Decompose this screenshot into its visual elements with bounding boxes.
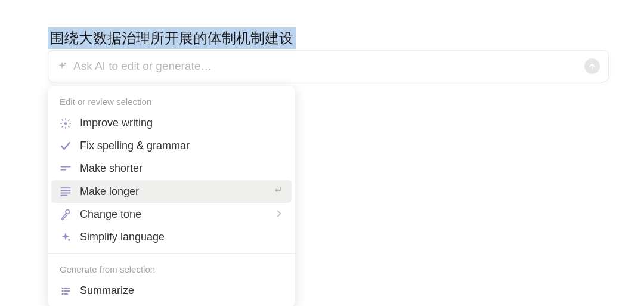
sparkle-icon [60,231,72,243]
menu-item-make-shorter[interactable]: Make shorter [51,157,292,180]
menu-item-change-tone[interactable]: Change tone [51,203,292,225]
summarize-icon [60,285,72,297]
section-label-edit-review: Edit or review selection [51,91,292,112]
menu-label: Make longer [80,186,273,198]
menu-label: Simplify language [80,231,283,243]
menu-label: Fix spelling & grammar [80,140,283,152]
section-label-generate: Generate from selection [51,258,292,279]
chevron-right-icon [275,209,283,220]
divider [48,253,295,254]
submit-button[interactable] [584,58,600,74]
check-icon [60,140,72,152]
lines-short-icon [60,163,72,175]
menu-item-make-longer[interactable]: Make longer [51,180,292,203]
enter-icon [273,185,283,198]
microphone-icon [60,209,72,221]
ai-actions-dropdown: Edit or review selection Improve writing… [48,86,295,306]
menu-label: Make shorter [80,162,283,175]
sparkle-icon [57,61,67,72]
wand-icon [60,118,72,129]
menu-item-simplify[interactable]: Simplify language [51,226,292,248]
menu-label: Change tone [80,208,275,221]
menu-label: Summarize [80,285,283,297]
menu-item-improve-writing[interactable]: Improve writing [51,112,292,134]
menu-label: Improve writing [80,117,283,129]
lines-long-icon [60,186,72,197]
menu-item-fix-spelling[interactable]: Fix spelling & grammar [51,135,292,157]
selected-text-highlight[interactable]: 围绕大数据治理所开展的体制机制建设 [48,27,296,49]
ai-input-placeholder: Ask AI to edit or generate… [73,60,584,73]
menu-item-summarize[interactable]: Summarize [51,280,292,302]
ai-input-container[interactable]: Ask AI to edit or generate… [48,50,609,82]
svg-point-0 [64,122,67,124]
